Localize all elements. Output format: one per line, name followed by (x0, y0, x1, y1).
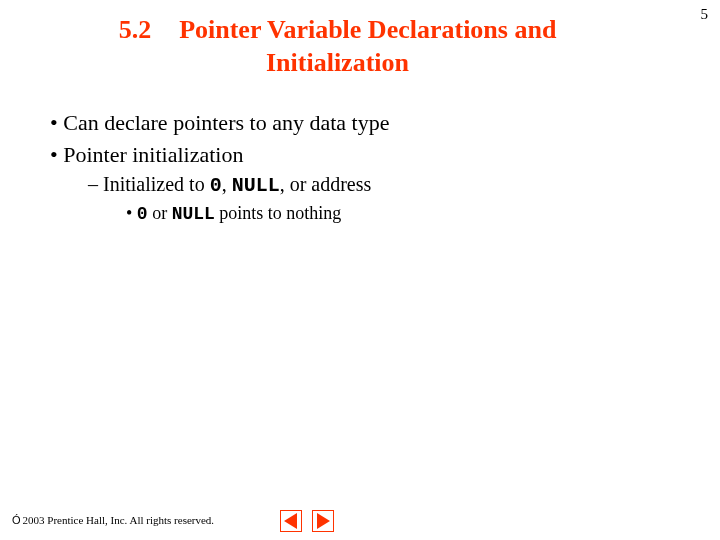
code-literal: 0 (137, 204, 148, 224)
slide-heading: 5.2Pointer Variable Declarations and Ini… (60, 14, 615, 79)
bullet-level2: Initialized to 0, NULL, or address (88, 171, 660, 199)
svg-marker-1 (284, 513, 297, 529)
next-icon[interactable] (312, 510, 334, 532)
text-fragment: , (222, 173, 232, 195)
svg-marker-3 (317, 513, 330, 529)
bullet-level1: Pointer initialization (50, 140, 660, 170)
copyright-text: 2003 Prentice Hall, Inc. All rights rese… (23, 514, 215, 526)
code-literal: NULL (232, 174, 280, 197)
slide-body: Can declare pointers to any data type Po… (50, 108, 660, 229)
prev-icon[interactable] (280, 510, 302, 532)
bullet-level1: Can declare pointers to any data type (50, 108, 660, 138)
text-fragment: or (148, 203, 172, 223)
copyright-footer: Ó 2003 Prentice Hall, Inc. All rights re… (12, 514, 214, 526)
text-fragment: Initialized to (103, 173, 210, 195)
code-literal: NULL (172, 204, 215, 224)
page-number: 5 (701, 6, 709, 23)
copyright-symbol: Ó (12, 514, 21, 526)
slide: 5 5.2Pointer Variable Declarations and I… (0, 0, 720, 540)
text-fragment: points to nothing (215, 203, 342, 223)
code-literal: 0 (210, 174, 222, 197)
text-fragment: , or address (280, 173, 372, 195)
bullet-level3: 0 or NULL points to nothing (126, 201, 660, 226)
section-number: 5.2 (119, 14, 152, 47)
nav-buttons (280, 510, 334, 532)
section-title: Pointer Variable Declarations and Initia… (179, 15, 556, 77)
